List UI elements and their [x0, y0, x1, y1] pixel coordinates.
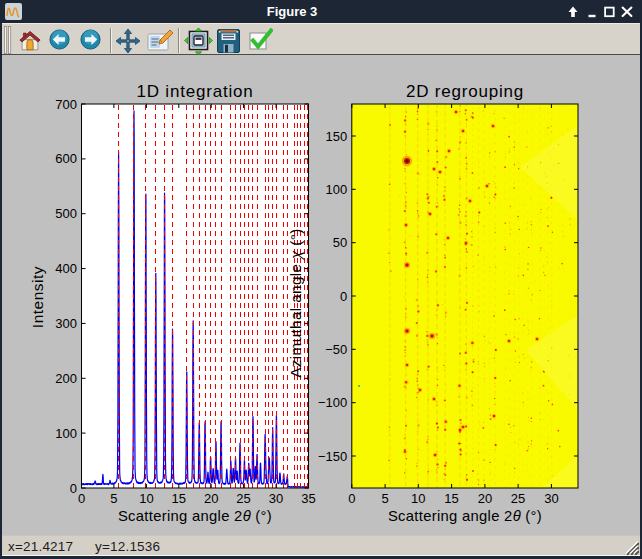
svg-text:50: 50 — [333, 235, 347, 250]
svg-text:Scattering angle 2θ (°): Scattering angle 2θ (°) — [388, 508, 542, 524]
svg-text:−150: −150 — [318, 449, 347, 464]
svg-text:20: 20 — [204, 491, 218, 506]
svg-text:−100: −100 — [318, 395, 347, 410]
svg-text:300: 300 — [55, 316, 77, 331]
svg-text:25: 25 — [511, 491, 525, 506]
svg-text:100: 100 — [326, 182, 348, 197]
svg-text:1D integration: 1D integration — [136, 82, 253, 101]
svg-text:15: 15 — [444, 491, 458, 506]
svg-text:10: 10 — [139, 491, 153, 506]
svg-text:0: 0 — [78, 491, 85, 506]
svg-text:Scattering angle 2θ (°): Scattering angle 2θ (°) — [118, 508, 272, 524]
svg-text:150: 150 — [326, 129, 348, 144]
svg-text:Azimuthal angle χ (°): Azimuthal angle χ (°) — [287, 228, 304, 377]
svg-text:35: 35 — [301, 491, 315, 506]
svg-text:25: 25 — [236, 491, 250, 506]
svg-text:15: 15 — [172, 491, 186, 506]
svg-text:0: 0 — [70, 481, 77, 496]
svg-text:−50: −50 — [325, 342, 347, 357]
svg-text:500: 500 — [55, 206, 77, 221]
svg-text:5: 5 — [110, 491, 117, 506]
svg-text:5: 5 — [381, 491, 388, 506]
svg-text:700: 700 — [55, 97, 77, 112]
svg-text:Intensity: Intensity — [29, 266, 46, 328]
svg-text:0: 0 — [348, 491, 355, 506]
svg-text:30: 30 — [269, 491, 283, 506]
svg-text:10: 10 — [411, 491, 425, 506]
svg-text:0: 0 — [340, 289, 347, 304]
svg-text:400: 400 — [55, 261, 77, 276]
svg-text:600: 600 — [55, 151, 77, 166]
svg-text:30: 30 — [544, 491, 558, 506]
svg-text:100: 100 — [55, 426, 77, 441]
svg-text:2D regrouping: 2D regrouping — [406, 82, 524, 101]
svg-text:200: 200 — [55, 371, 77, 386]
svg-text:20: 20 — [478, 491, 492, 506]
